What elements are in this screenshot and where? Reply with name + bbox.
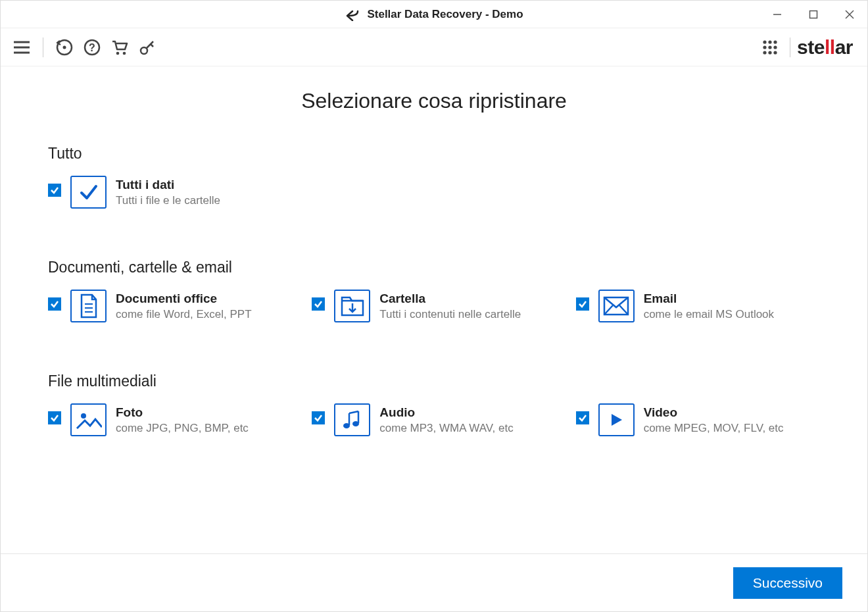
maximize-button[interactable] (795, 1, 831, 28)
svg-point-20 (769, 45, 772, 49)
window-controls (759, 1, 867, 28)
section-media-title: File multimediali (48, 372, 820, 390)
option-photo-title: Foto (116, 405, 249, 421)
option-photo-text: Foto come JPG, PNG, BMP, etc (116, 403, 249, 435)
photo-icon (70, 403, 107, 436)
next-button[interactable]: Successivo (733, 567, 842, 599)
option-office[interactable]: Documenti office come file Word, Excel, … (48, 290, 292, 322)
back-icon[interactable] (345, 8, 360, 21)
option-photo[interactable]: Foto come JPG, PNG, BMP, etc (48, 403, 292, 436)
section-docs-title: Documenti, cartelle & email (48, 259, 820, 276)
option-audio-text: Audio come MP3, WMA WAV, etc (379, 403, 513, 435)
minimize-button[interactable] (759, 1, 795, 28)
toolbar-right: stellar (757, 34, 859, 61)
key-icon (137, 38, 157, 57)
brand-logo: stellar (797, 36, 859, 59)
help-icon: ? (82, 38, 102, 57)
checkbox-office[interactable] (48, 297, 61, 311)
option-all-data-sub: Tutti i file e le cartelle (116, 194, 220, 207)
checkbox-all-data[interactable] (48, 184, 61, 197)
svg-line-15 (151, 44, 153, 47)
hamburger-icon (12, 40, 31, 55)
option-audio-sub: come MP3, WMA WAV, etc (379, 422, 513, 435)
titlebar: Stellar Data Recovery - Demo (1, 1, 867, 28)
section-docs: Documenti, cartelle & email Documenti of… (48, 259, 820, 322)
row-all: Tutti i dati Tutti i file e le cartelle (48, 176, 820, 209)
app-window: Stellar Data Recovery - Demo (0, 0, 868, 612)
option-office-text: Documenti office come file Word, Excel, … (116, 290, 252, 321)
option-all-data-text: Tutti i dati Tutti i file e le cartelle (116, 176, 220, 207)
checkbox-email[interactable] (576, 297, 589, 311)
menu-button[interactable] (9, 34, 35, 61)
option-video-title: Video (644, 405, 784, 421)
svg-point-18 (774, 40, 777, 43)
option-all-data[interactable]: Tutti i dati Tutti i file e le cartelle (48, 176, 220, 209)
brand-pre: ste (797, 36, 825, 58)
option-all-data-title: Tutti i dati (116, 177, 220, 193)
svg-point-33 (81, 413, 86, 419)
toolbar: ? (1, 28, 867, 66)
svg-point-24 (774, 51, 777, 54)
option-video[interactable]: Video come MPEG, MOV, FLV, etc (576, 403, 820, 436)
svg-line-32 (619, 305, 628, 315)
option-office-title: Documenti office (116, 291, 252, 307)
document-icon (70, 290, 107, 322)
svg-text:?: ? (89, 42, 95, 53)
option-folder[interactable]: Cartella Tutti i contenuti nelle cartell… (312, 290, 556, 322)
option-audio[interactable]: Audio come MP3, WMA WAV, etc (312, 403, 556, 436)
cart-button[interactable] (107, 34, 133, 61)
close-button[interactable] (831, 1, 867, 28)
option-email-sub: come le email MS Outlook (644, 308, 774, 321)
footer: Successivo (1, 553, 867, 611)
option-email-text: Email come le email MS Outlook (644, 290, 774, 321)
svg-marker-36 (612, 414, 622, 426)
option-folder-text: Cartella Tutti i contenuti nelle cartell… (379, 290, 521, 321)
option-email[interactable]: Email come le email MS Outlook (576, 290, 820, 322)
section-media: File multimediali Foto come JPG, PNG, BM… (48, 372, 820, 436)
video-icon (598, 403, 635, 436)
help-button[interactable]: ? (79, 34, 105, 61)
checkbox-audio[interactable] (312, 411, 325, 424)
brand-red: ll (825, 36, 835, 58)
checkbox-folder[interactable] (312, 297, 325, 311)
svg-point-21 (774, 45, 777, 49)
svg-rect-1 (809, 11, 817, 18)
key-button[interactable] (134, 34, 160, 61)
svg-point-35 (352, 421, 359, 426)
title-wrap: Stellar Data Recovery - Demo (345, 8, 523, 21)
toolbar-separator-right (790, 38, 790, 57)
section-all: Tutto Tutti i dati Tutti i file e le car… (48, 145, 820, 209)
svg-point-34 (343, 423, 350, 428)
option-email-title: Email (644, 291, 774, 307)
option-photo-sub: come JPG, PNG, BMP, etc (116, 422, 249, 435)
option-video-text: Video come MPEG, MOV, FLV, etc (644, 403, 784, 435)
cart-icon (110, 38, 130, 57)
svg-point-22 (763, 51, 767, 54)
toolbar-separator (43, 38, 43, 57)
audio-icon (334, 403, 370, 436)
history-button[interactable] (51, 34, 78, 61)
checkbox-video[interactable] (576, 411, 589, 424)
row-docs: Documenti office come file Word, Excel, … (48, 290, 820, 322)
email-icon (598, 290, 635, 322)
option-office-sub: come file Word, Excel, PPT (116, 308, 252, 321)
option-video-sub: come MPEG, MOV, FLV, etc (644, 422, 784, 435)
svg-point-19 (763, 45, 767, 49)
option-folder-sub: Tutti i contenuti nelle cartelle (379, 308, 521, 321)
svg-point-12 (123, 51, 126, 55)
window-title: Stellar Data Recovery - Demo (367, 8, 523, 21)
svg-point-23 (769, 51, 772, 54)
section-all-title: Tutto (48, 145, 820, 163)
svg-point-8 (63, 45, 66, 49)
page-title: Selezionare cosa ripristinare (48, 89, 820, 113)
row-media: Foto come JPG, PNG, BMP, etc Audio come … (48, 403, 820, 436)
grid-icon (761, 39, 779, 56)
all-data-icon (70, 176, 107, 209)
svg-line-31 (604, 305, 613, 315)
checkbox-photo[interactable] (48, 411, 61, 424)
option-audio-title: Audio (379, 405, 513, 421)
svg-point-11 (116, 51, 120, 55)
option-folder-title: Cartella (379, 291, 521, 307)
main-content: Selezionare cosa ripristinare Tutto Tutt… (1, 66, 867, 553)
apps-button[interactable] (757, 34, 783, 61)
